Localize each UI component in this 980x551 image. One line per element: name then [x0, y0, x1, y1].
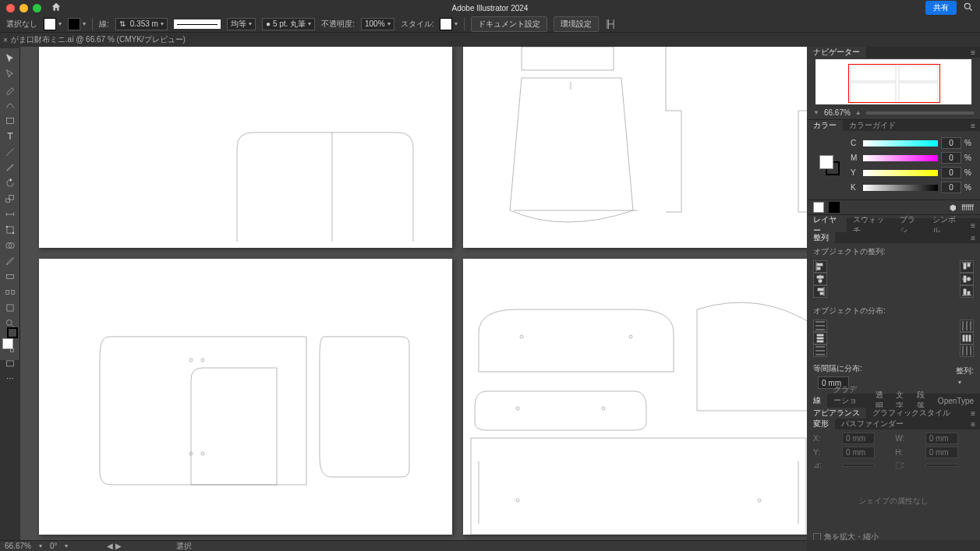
panel-menu-icon[interactable]: ≡ — [966, 234, 980, 242]
align-bottom[interactable] — [960, 285, 974, 298]
hex-white-swatch[interactable] — [813, 202, 824, 213]
selection-tool[interactable] — [4, 53, 16, 64]
panel-menu-icon[interactable]: ≡ — [966, 221, 980, 230]
panel-menu-icon[interactable]: ≡ — [966, 420, 980, 429]
black-slider[interactable] — [863, 185, 938, 191]
y-input[interactable]: 0 mm — [842, 447, 875, 458]
dist-bottom[interactable] — [813, 344, 827, 357]
dist-right[interactable] — [960, 344, 974, 357]
x-input[interactable]: 0 mm — [842, 433, 875, 444]
tab-symbols[interactable]: シンボル — [926, 218, 966, 232]
tab-close[interactable]: × — [3, 36, 8, 44]
stroke-width-input[interactable]: ⇅0.353 m▾ — [115, 18, 168, 30]
tab-paragraph[interactable]: 段落 — [911, 394, 932, 408]
document-tab[interactable]: がま口財布ミニ.ai @ 66.67 % (CMYK/プレビュー) — [11, 34, 186, 45]
window-close[interactable] — [6, 4, 15, 12]
scale-corners-checkbox[interactable] — [813, 533, 821, 540]
brush-select[interactable]: ● 5 pt. 丸筆 ▾ — [262, 18, 315, 30]
tab-navigator[interactable]: ナビゲーター — [807, 47, 866, 58]
width-tool[interactable] — [4, 209, 16, 220]
tab-pathfinder[interactable]: パスファインダー — [835, 419, 910, 429]
tab-color[interactable]: カラー — [807, 120, 843, 131]
artboard-3[interactable] — [39, 259, 452, 535]
hex-value[interactable]: ffffff — [961, 203, 974, 212]
zoom-in-icon[interactable]: ▲ — [855, 109, 861, 116]
status-zoom[interactable]: 66.67% — [5, 542, 31, 550]
cyan-slider[interactable] — [863, 140, 938, 147]
stroke-profile[interactable]: 均等 ▾ — [227, 18, 256, 30]
w-input[interactable]: 0 mm — [925, 433, 958, 444]
chevron-down-icon[interactable]: ▾ — [58, 20, 62, 27]
canvas[interactable] — [20, 47, 807, 540]
scale-tool[interactable] — [4, 193, 16, 204]
paintbrush-tool[interactable] — [4, 162, 16, 173]
home-icon[interactable] — [51, 2, 62, 14]
tab-layers[interactable]: レイヤー — [807, 218, 847, 232]
artboard-tool[interactable] — [4, 302, 16, 313]
status-rotation[interactable]: 0° — [50, 542, 58, 550]
tab-stroke[interactable]: 線 — [807, 394, 827, 408]
tab-swatches[interactable]: スウォッチ — [847, 218, 893, 232]
eyedropper-tool[interactable] — [4, 256, 16, 267]
direct-selection-tool[interactable] — [4, 69, 16, 79]
panel-menu-icon[interactable]: ≡ — [966, 409, 980, 418]
tab-graphic-styles[interactable]: グラフィックスタイル — [866, 408, 957, 419]
search-icon[interactable] — [963, 2, 974, 14]
magenta-slider[interactable] — [863, 155, 938, 161]
window-minimize[interactable] — [19, 4, 28, 12]
tab-transform[interactable]: 変形 — [807, 419, 835, 429]
dist-hcenter[interactable] — [960, 332, 974, 344]
color-fill-stroke[interactable] — [819, 155, 840, 175]
navigator-preview[interactable] — [815, 59, 971, 104]
window-zoom[interactable] — [33, 4, 41, 12]
pen-tool[interactable] — [4, 84, 16, 95]
tab-brushes[interactable]: ブラシ — [893, 218, 926, 232]
free-transform-tool[interactable] — [4, 224, 16, 235]
zoom-slider[interactable] — [866, 111, 974, 115]
chevron-down-icon[interactable]: ▾ — [83, 20, 86, 27]
panel-menu-icon[interactable]: ≡ — [966, 122, 980, 130]
shear-input[interactable] — [925, 464, 958, 467]
stroke-preview[interactable] — [174, 19, 221, 29]
zoom-value[interactable]: 66.67% — [824, 108, 851, 117]
h-input[interactable]: 0 mm — [925, 447, 958, 458]
rectangle-tool[interactable] — [4, 115, 16, 126]
cyan-value[interactable]: 0 — [941, 137, 961, 149]
share-button[interactable]: 共有 — [925, 1, 957, 15]
artboard-1[interactable] — [39, 47, 452, 248]
tab-character[interactable]: 文字 — [890, 394, 911, 408]
rotate-tool[interactable] — [4, 178, 16, 189]
dist-left[interactable] — [960, 320, 974, 332]
magenta-value[interactable]: 0 — [941, 152, 961, 164]
align-to-icon[interactable]: ╟┤ — [605, 19, 616, 28]
shape-builder-tool[interactable] — [4, 240, 16, 251]
stroke-swatch[interactable] — [68, 18, 80, 30]
opacity-input[interactable]: 100% ▾ — [361, 18, 394, 30]
artboard-4[interactable] — [463, 259, 807, 535]
screen-mode-icon[interactable] — [4, 359, 16, 369]
align-top[interactable] — [960, 260, 974, 273]
type-tool[interactable] — [4, 131, 16, 142]
align-hcenter[interactable] — [813, 273, 827, 285]
zoom-out-icon[interactable]: ▼ — [813, 109, 819, 116]
prefs-button[interactable]: 環境設定 — [554, 16, 599, 32]
yellow-value[interactable]: 0 — [941, 167, 961, 178]
align-vcenter[interactable] — [960, 273, 974, 285]
doc-setup-button[interactable]: ドキュメント設定 — [471, 16, 547, 32]
tab-transparency[interactable]: 透明 — [869, 394, 890, 408]
dist-top[interactable] — [813, 320, 827, 332]
blend-tool[interactable] — [4, 287, 16, 298]
tab-opentype[interactable]: OpenType — [932, 394, 980, 408]
fill-swatch[interactable] — [44, 18, 56, 30]
panel-menu-icon[interactable]: ≡ — [966, 48, 980, 57]
style-swatch[interactable] — [440, 18, 452, 30]
angle-input[interactable] — [842, 464, 875, 467]
black-value[interactable]: 0 — [941, 182, 961, 193]
align-right[interactable] — [813, 285, 827, 298]
curvature-tool[interactable] — [4, 100, 16, 111]
gradient-tool[interactable] — [4, 271, 16, 282]
tab-appearance[interactable]: アピアランス — [807, 408, 866, 419]
align-left[interactable] — [813, 260, 827, 273]
tab-gradient[interactable]: グラデーション — [827, 394, 869, 408]
edit-toolbar-icon[interactable]: ⋯ — [4, 374, 16, 383]
